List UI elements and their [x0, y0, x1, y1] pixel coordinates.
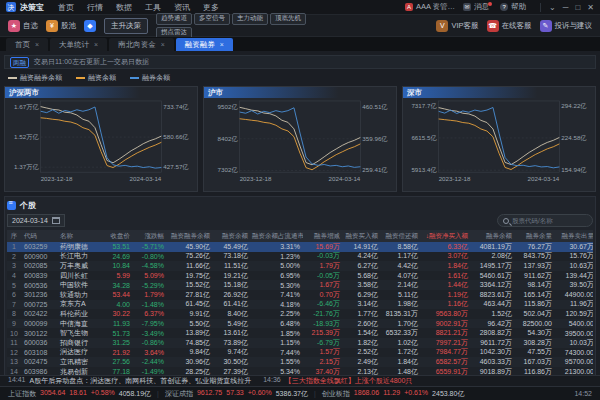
- table-cell: 44900.00: [555, 291, 593, 298]
- table-row[interactable]: 14603986兆易创新77.18-1.49%28.25亿27.39亿5.34%…: [7, 367, 593, 375]
- column-header[interactable]: 融券卖出量: [555, 232, 593, 241]
- table-row[interactable]: 5600536中国软件34.28-5.29%15.52亿15.18亿5.30%1…: [7, 280, 593, 290]
- column-header[interactable]: ↓融资净买入额: [421, 232, 471, 241]
- tab-首页[interactable]: 首页×: [6, 38, 48, 51]
- table-row[interactable]: 7000725京东方A4.00-1.48%61.45亿61.41亿4.18%-6…: [7, 300, 593, 310]
- table-row[interactable]: 2600900长江电力24.69-0.80%75.26亿73.18亿1.23%-…: [7, 252, 593, 262]
- table-row[interactable]: 9000099中信海直11.93-7.95%5.50亿5.49亿6.48%-18…: [7, 319, 593, 329]
- tab-close-icon[interactable]: ×: [161, 41, 165, 48]
- tab-close-icon[interactable]: ×: [94, 41, 98, 48]
- column-header[interactable]: 融资余额占流通市值比: [251, 232, 303, 241]
- table-row[interactable]: 3002085万丰奥威10.84-4.58%11.66亿11.51亿5.00%1…: [7, 261, 593, 271]
- table-cell: 10.63万: [555, 261, 593, 271]
- svg-text:5913.4亿: 5913.4亿: [411, 166, 437, 173]
- vip-service-button[interactable]: V VIP客服: [436, 20, 478, 32]
- column-header[interactable]: 代码: [23, 232, 59, 241]
- index-quote-创业板指[interactable]: 创业板指1868.0611.29+0.61%2453.80亿: [322, 389, 465, 399]
- svg-text:2023-12-18: 2023-12-18: [240, 175, 272, 182]
- search-input[interactable]: [512, 217, 586, 224]
- column-header[interactable]: 融资偿还额: [381, 232, 421, 241]
- ticker-item[interactable]: 14:41A股午后异动盘点：润达医疗、南网科技、首创证券、弘业期货直线拉升: [8, 376, 251, 386]
- column-header[interactable]: 序: [7, 232, 23, 241]
- table-cell: 4603.33万: [471, 357, 515, 367]
- account-button[interactable]: A AAA 资管…: [405, 2, 455, 12]
- table-cell: 1.84亿: [421, 261, 471, 271]
- table-row[interactable]: 1603259药明康德53.51-5.71%45.90亿45.49亿3.31%1…: [7, 242, 593, 252]
- table-cell: 137.93万: [515, 261, 555, 271]
- menu-item[interactable]: 行情: [87, 2, 103, 13]
- column-header[interactable]: 涨跌幅: [133, 232, 167, 241]
- table-cell: -2.44%: [133, 358, 167, 365]
- table-row[interactable]: 8002422科伦药业30.226.37%9.91亿8.40亿2.25%-21.…: [7, 309, 593, 319]
- table-cell: 308.28万: [515, 338, 555, 348]
- chart-canvas: 9502亿460.51亿8402亿359.96亿7302亿259.41亿2023…: [204, 98, 396, 190]
- table-cell: 2: [7, 253, 23, 260]
- table-row[interactable]: 12603108润达医疗21.923.64%9.84亿9.74亿7.44%1.5…: [7, 348, 593, 358]
- svg-text:1.67万亿: 1.67万亿: [14, 103, 39, 110]
- table-cell: 8: [7, 310, 23, 317]
- legend-item[interactable]: 融资融券余额: [8, 73, 62, 83]
- column-header[interactable]: 融资买入额: [343, 232, 381, 241]
- gem-icon[interactable]: ◆: [84, 20, 96, 32]
- legend-item[interactable]: 融资余额: [76, 73, 116, 83]
- stock-pool-button[interactable]: ¥ 股池: [46, 20, 76, 32]
- ticker-time: 14:36: [263, 376, 281, 386]
- menu-item[interactable]: 首页: [58, 2, 74, 13]
- help-button[interactable]: ? 帮助: [500, 2, 526, 12]
- table-cell: 5.11亿: [381, 290, 421, 300]
- charts-row: 沪深两市1.67万亿733.74亿1.52万亿580.66亿1.37万亿427.…: [4, 86, 596, 192]
- column-header[interactable]: 融券余额: [471, 232, 515, 241]
- main-rise-decision-button[interactable]: 主升决策: [104, 18, 148, 34]
- strategy-button[interactable]: 趋势通道: [156, 13, 192, 25]
- table-row[interactable]: 11600036招商银行31.25-0.86%74.85亿73.89亿1.15%…: [7, 338, 593, 348]
- close-button[interactable]: ✕: [587, 3, 594, 12]
- feedback-button[interactable]: ✎ 投诉与建议: [540, 20, 593, 32]
- menu-item[interactable]: 工具: [145, 2, 161, 13]
- ticker-text: 【三大指数全线飘红】上涨个股近4800只: [285, 376, 413, 386]
- table-cell: 9002.91万: [421, 319, 471, 329]
- strategy-button[interactable]: 主力动能: [232, 13, 268, 25]
- messages-button[interactable]: ✉ 消息: [463, 2, 492, 12]
- tab-大单统计[interactable]: 大单统计×: [50, 38, 107, 51]
- menu-item[interactable]: 资讯: [174, 2, 190, 13]
- tab-close-icon[interactable]: ×: [220, 41, 224, 48]
- table-row[interactable]: 4600839四川长虹5.995.09%19.75亿19.21亿6.95%-0.…: [7, 271, 593, 281]
- table-cell: 11: [7, 339, 23, 346]
- column-header[interactable]: 融券余量: [515, 232, 555, 241]
- minimize-button[interactable]: ─: [563, 3, 569, 12]
- column-header[interactable]: 名称: [59, 232, 101, 241]
- legend-marker: [130, 77, 139, 79]
- table-cell: 47.55万: [515, 347, 555, 357]
- table-row[interactable]: 10300122智飞生物51.73-3.49%13.89亿13.61亿1.85%…: [7, 328, 593, 338]
- table-cell: 54.30万: [515, 328, 555, 338]
- table-row[interactable]: 6301236软通动力53.441.79%27.81亿26.92亿7.41%0.…: [7, 290, 593, 300]
- column-header[interactable]: 融券增减: [303, 232, 343, 241]
- menu-item[interactable]: 数据: [116, 2, 132, 13]
- maximize-button[interactable]: □: [575, 3, 580, 12]
- menu-item[interactable]: 更多: [203, 2, 219, 13]
- table-row[interactable]: 13002475立讯精密27.56-2.44%30.96亿30.50亿1.55%…: [7, 357, 593, 367]
- legend-item[interactable]: 融券余额: [130, 73, 170, 83]
- table-cell: 2.60亿: [343, 319, 381, 329]
- index-quote-上证指数[interactable]: 上证指数3054.6418.61+0.58%4058.19亿: [8, 389, 151, 399]
- table-cell: -5.71%: [133, 243, 167, 250]
- collapse-button[interactable]: ⌄: [549, 3, 556, 12]
- tab-close-icon[interactable]: ×: [35, 41, 39, 48]
- favorites-button[interactable]: ★ 自选: [8, 20, 38, 32]
- table-cell: 600536: [23, 282, 59, 289]
- ticker-item[interactable]: 14:36【三大指数全线飘红】上涨个股近4800只: [263, 376, 412, 386]
- strategy-button[interactable]: 顶底先机: [270, 13, 306, 25]
- online-service-button[interactable]: ☎ 在线客服: [487, 20, 532, 32]
- column-header[interactable]: 融资余额: [213, 232, 251, 241]
- column-header[interactable]: 收盘价: [101, 232, 133, 241]
- strategy-button[interactable]: 多空信号: [194, 13, 230, 25]
- table-cell: 6.27亿: [343, 261, 381, 271]
- date-picker[interactable]: 2024-03-14: [7, 214, 65, 227]
- tab-融资融券[interactable]: 融资融券×: [176, 38, 233, 51]
- index-pct: +0.60%: [248, 389, 272, 399]
- search-box[interactable]: [497, 214, 593, 227]
- tab-南北向资金[interactable]: 南北向资金×: [109, 38, 174, 51]
- column-header[interactable]: 融资融券余额: [167, 232, 213, 241]
- index-quote-深证成指[interactable]: 深证成指9612.7557.33+0.60%5386.37亿: [165, 389, 308, 399]
- vip-crown-icon: V: [436, 20, 448, 32]
